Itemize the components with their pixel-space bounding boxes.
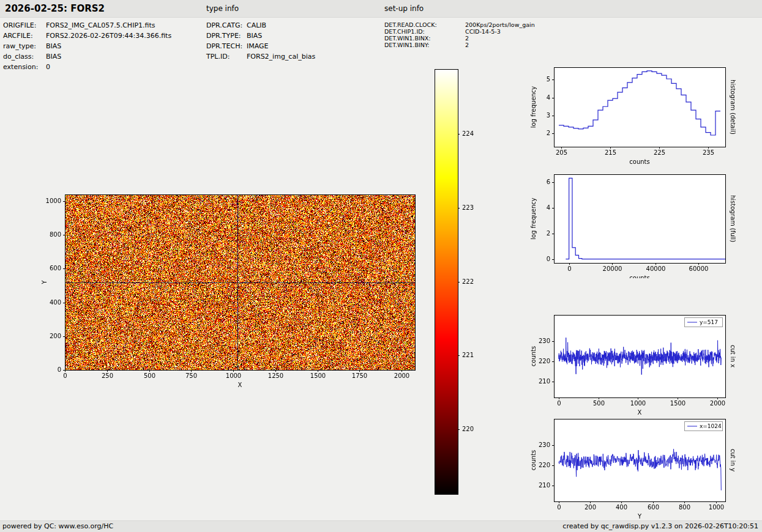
colorbar — [431, 64, 487, 501]
biny-value: 2 — [465, 42, 469, 48]
dpr-type-label: DPR.TYPE: — [206, 31, 247, 41]
read-clock-row: DET.READ.CLOCK:200Kps/2ports/low_gain — [384, 21, 535, 28]
rawtype-value: BIAS — [46, 42, 61, 50]
header-bar: 2026-02-25: FORS2 type info set-up info — [0, 0, 762, 18]
page-title: 2026-02-25: FORS2 — [5, 0, 105, 17]
histogram-full-plot — [526, 168, 738, 278]
chip-id-row: DET.CHIP1.ID:CCID-14-5-3 — [384, 28, 535, 35]
biny-label: DET.WIN1.BINY: — [384, 42, 465, 48]
extension-value: 0 — [46, 63, 50, 71]
doclass-value: BIAS — [46, 53, 61, 61]
binx-label: DET.WIN1.BINX: — [384, 35, 465, 42]
arcfile-value: FORS2.2026-02-26T09:44:34.366.fits — [46, 32, 171, 40]
dpr-catg-value: CALIB — [247, 21, 266, 29]
read-clock-value: 200Kps/2ports/low_gain — [465, 21, 535, 28]
dpr-type-row: DPR.TYPE:BIAS — [206, 31, 315, 41]
type-info-heading: type info — [206, 0, 239, 17]
tpl-id-value: FORS2_img_cal_bias — [247, 53, 315, 61]
arcfile-label: ARCFILE: — [3, 31, 46, 41]
arcfile-row: ARCFILE:FORS2.2026-02-26T09:44:34.366.fi… — [3, 31, 171, 41]
binx-row: DET.WIN1.BINX:2 — [384, 35, 535, 42]
origfile-value: FORS2_IMG_CAL057.5.CHIP1.fits — [46, 21, 155, 29]
cut-in-y-plot — [526, 413, 738, 522]
dpr-type-value: BIAS — [247, 32, 262, 40]
dpr-catg-row: DPR.CATG:CALIB — [206, 20, 315, 31]
setup-info-heading: set-up info — [384, 0, 424, 17]
rawtype-row: raw_type:BIAS — [3, 41, 171, 51]
dpr-tech-value: IMAGE — [247, 42, 269, 50]
biny-row: DET.WIN1.BINY:2 — [384, 42, 535, 48]
cut-in-x-plot — [526, 309, 738, 418]
setup-info-block: DET.READ.CLOCK:200Kps/2ports/low_gain DE… — [384, 21, 535, 48]
histogram-detail-plot — [526, 61, 738, 171]
origfile-row: ORIGFILE:FORS2_IMG_CAL057.5.CHIP1.fits — [3, 20, 171, 31]
chip-id-label: DET.CHIP1.ID: — [384, 28, 465, 35]
extension-row: extension:0 — [3, 62, 171, 72]
footer-bar: powered by QC: www.eso.org/HC created by… — [0, 520, 762, 532]
tpl-id-label: TPL.ID: — [206, 51, 247, 62]
tpl-id-row: TPL.ID:FORS2_img_cal_bias — [206, 51, 315, 62]
rawtype-label: raw_type: — [3, 41, 46, 51]
origfile-label: ORIGFILE: — [3, 20, 46, 31]
file-info-block: ORIGFILE:FORS2_IMG_CAL057.5.CHIP1.fits A… — [3, 20, 171, 72]
doclass-label: do_class: — [3, 51, 46, 62]
dpr-tech-label: DPR.TECH: — [206, 41, 247, 51]
binx-value: 2 — [465, 35, 469, 42]
footer-created-by: created by qc_rawdisp.py v1.2.3 on 2026-… — [562, 521, 758, 532]
chip-id-value: CCID-14-5-3 — [465, 28, 501, 35]
bias-image-heatmap — [34, 183, 438, 404]
dpr-tech-row: DPR.TECH:IMAGE — [206, 41, 315, 51]
dpr-catg-label: DPR.CATG: — [206, 20, 247, 31]
type-info-block: DPR.CATG:CALIB DPR.TYPE:BIAS DPR.TECH:IM… — [206, 20, 315, 62]
read-clock-label: DET.READ.CLOCK: — [384, 21, 465, 28]
doclass-row: do_class:BIAS — [3, 51, 171, 62]
extension-label: extension: — [3, 62, 46, 72]
footer-powered-by: powered by QC: www.eso.org/HC — [2, 521, 113, 532]
